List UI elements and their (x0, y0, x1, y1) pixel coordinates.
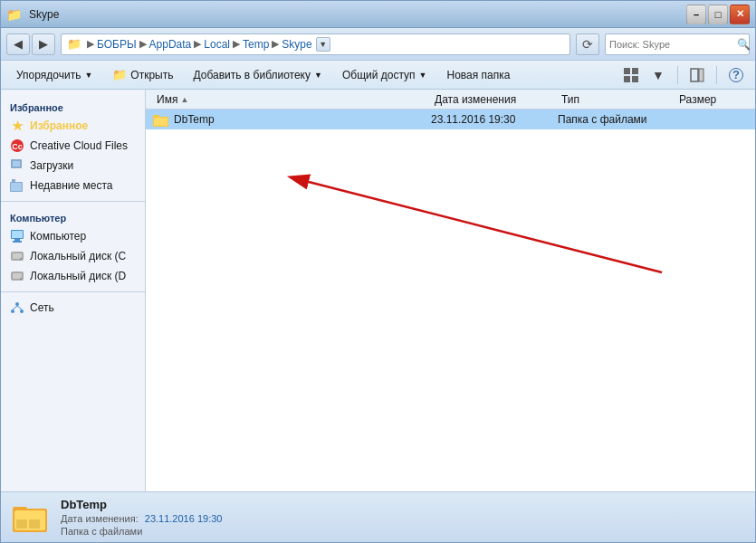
sep3: ▶ (194, 38, 201, 50)
new-folder-button[interactable]: Новая папка (438, 63, 518, 87)
network-label: Сеть (30, 301, 54, 314)
svg-point-25 (20, 310, 24, 313)
svg-rect-12 (11, 183, 22, 191)
table-row[interactable]: DbTemp 23.11.2016 19:30 Папка с файлами (146, 110, 755, 129)
svg-point-22 (20, 278, 22, 280)
svg-rect-14 (12, 231, 23, 238)
svg-rect-4 (691, 69, 698, 81)
svg-rect-31 (154, 118, 167, 126)
sidebar-divider1 (1, 201, 145, 202)
disk-d-icon (10, 269, 24, 283)
sidebar-item-computer[interactable]: Компьютер (1, 226, 145, 246)
download-icon (10, 158, 24, 173)
sidebar-item-favorites-root[interactable]: ★ Избранное (1, 116, 145, 136)
svg-rect-0 (624, 68, 630, 74)
view-toggle-button[interactable] (619, 63, 643, 87)
window-title: Skype (29, 8, 59, 21)
favorites-section-title: Избранное (1, 97, 145, 116)
star-icon: ★ (10, 119, 24, 133)
help-button[interactable]: ? (724, 63, 748, 87)
breadcrumb-bar[interactable]: 📁 ▶ БОБРЫ ▶ AppData ▶ Local ▶ Temp ▶ Sky… (61, 33, 570, 55)
sidebar-item-downloads[interactable]: Загрузки (1, 156, 145, 176)
back-button[interactable]: ◀ (6, 33, 30, 55)
explorer-window: 📁 Skype – □ ✕ ◀ ▶ 📁 ▶ БОБРЫ ▶ AppData ▶ … (0, 0, 756, 543)
view-list-icon (624, 68, 638, 82)
breadcrumb-skype[interactable]: Skype (282, 38, 311, 51)
sort-arrow: ▲ (180, 95, 188, 104)
breadcrumb-appdata[interactable]: AppData (149, 38, 192, 51)
network-icon (10, 300, 24, 315)
organize-label: Упорядочить (16, 69, 81, 81)
recent-label: Недавние места (30, 179, 112, 192)
computer-icon (10, 229, 24, 243)
add-library-dropdown-icon: ▼ (314, 71, 322, 80)
file-name: DbTemp (174, 113, 215, 126)
search-icon[interactable]: 🔍 (737, 38, 751, 51)
file-list: DbTemp 23.11.2016 19:30 Папка с файлами (146, 110, 755, 491)
add-library-label: Добавить в библиотеку (193, 69, 311, 81)
disk-d-label: Локальный диск (D (30, 270, 126, 282)
column-date-header[interactable]: Дата изменения (431, 93, 558, 106)
close-button[interactable]: ✕ (730, 5, 750, 24)
sep5: ▶ (272, 38, 279, 50)
file-area: Имя ▲ Дата изменения Тип Размер (146, 90, 755, 491)
open-button[interactable]: 📁 Открыть (104, 63, 181, 87)
arrow-annotation (200, 137, 755, 300)
computer-label: Компьютер (30, 230, 86, 243)
svg-rect-38 (29, 519, 40, 529)
breadcrumb-temp[interactable]: Temp (243, 38, 269, 51)
breadcrumb-dropdown[interactable]: ▼ (316, 37, 330, 52)
svg-rect-11 (12, 179, 15, 182)
breadcrumb-bobry[interactable]: БОБРЫ (97, 38, 137, 51)
title-bar-left: 📁 Skype (6, 7, 59, 22)
sidebar-item-network[interactable]: Сеть (1, 298, 145, 318)
help-icon: ? (729, 68, 743, 82)
sidebar-item-recent[interactable]: Недавние места (1, 176, 145, 195)
svg-rect-2 (624, 76, 630, 82)
share-label: Общий доступ (342, 69, 416, 81)
maximize-button[interactable]: □ (708, 5, 728, 24)
share-button[interactable]: Общий доступ ▼ (334, 63, 435, 87)
main-content: Избранное ★ Избранное Cc Creative Cloud … (1, 90, 755, 491)
svg-point-23 (15, 302, 19, 306)
organize-dropdown-icon: ▼ (84, 71, 92, 80)
creative-cloud-label: Creative Cloud Files (30, 139, 128, 152)
title-bar: 📁 Skype – □ ✕ (1, 1, 755, 28)
favorites-label: Избранное (30, 119, 88, 132)
share-dropdown-icon: ▼ (419, 71, 427, 80)
view-dropdown-button[interactable]: ▼ (646, 63, 670, 87)
preview-icon (690, 68, 704, 82)
address-bar: ◀ ▶ 📁 ▶ БОБРЫ ▶ AppData ▶ Local ▶ Temp ▶… (1, 28, 755, 61)
svg-rect-9 (13, 161, 20, 167)
file-date-cell: 23.11.2016 19:30 (431, 113, 558, 126)
refresh-button[interactable]: ⟳ (576, 33, 599, 55)
toolbar-divider2 (716, 66, 717, 84)
folder-icon (153, 113, 169, 127)
search-input[interactable] (609, 39, 734, 50)
column-type-header[interactable]: Тип (558, 93, 675, 106)
svg-rect-15 (14, 239, 20, 241)
downloads-label: Загрузки (30, 159, 73, 172)
file-name-cell: DbTemp (153, 113, 431, 127)
sep1: ▶ (87, 38, 94, 50)
breadcrumb-local[interactable]: Local (204, 38, 230, 51)
svg-rect-21 (13, 273, 22, 279)
file-type-cell: Папка с файлами (558, 113, 675, 126)
sidebar: Избранное ★ Избранное Cc Creative Cloud … (1, 90, 146, 491)
refresh-icon: ⟳ (582, 37, 593, 52)
status-info: DbTemp Дата изменения: 23.11.2016 19:30 … (61, 498, 222, 537)
sidebar-item-disk-d[interactable]: Локальный диск (D (1, 266, 145, 286)
column-size-header[interactable]: Размер (675, 93, 748, 106)
minimize-button[interactable]: – (686, 5, 706, 24)
add-library-button[interactable]: Добавить в библиотеку ▼ (185, 63, 330, 87)
column-name-header[interactable]: Имя ▲ (153, 93, 431, 106)
preview-pane-button[interactable] (685, 63, 709, 87)
svg-line-27 (17, 306, 22, 310)
forward-button[interactable]: ▶ (32, 33, 55, 55)
organize-button[interactable]: Упорядочить ▼ (8, 63, 100, 87)
sidebar-item-disk-c[interactable]: Локальный диск (C (1, 246, 145, 266)
window-controls: – □ ✕ (686, 5, 750, 24)
sidebar-item-creative-cloud[interactable]: Cc Creative Cloud Files (1, 136, 145, 156)
recent-icon (10, 178, 24, 193)
svg-rect-3 (632, 76, 638, 82)
